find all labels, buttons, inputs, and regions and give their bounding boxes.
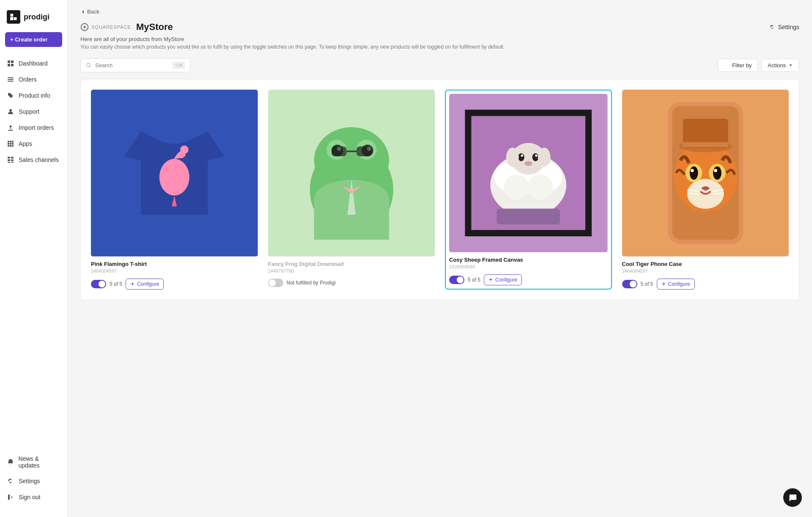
svg-rect-12 xyxy=(8,141,9,142)
svg-rect-23 xyxy=(8,159,10,161)
sidebar-item-product-info-label: Product info xyxy=(19,92,50,99)
toggle-knob-1 xyxy=(99,281,105,287)
svg-point-59 xyxy=(535,154,538,157)
product-id-4: 1464004597 xyxy=(622,268,789,274)
svg-point-73 xyxy=(690,169,694,172)
product-title-2: Fancy Frog Digital Download xyxy=(268,261,435,267)
svg-point-63 xyxy=(490,279,491,280)
sidebar-item-product-info[interactable]: Product info xyxy=(0,88,67,104)
svg-rect-0 xyxy=(11,14,14,17)
svg-rect-6 xyxy=(11,64,14,66)
store-name: MyStore xyxy=(136,22,173,33)
svg-point-62 xyxy=(538,148,551,167)
svg-rect-5 xyxy=(8,64,10,66)
sidebar-item-settings[interactable]: Settings xyxy=(0,473,67,489)
svg-point-57 xyxy=(532,153,539,161)
sidebar-item-news-updates[interactable]: News & updates xyxy=(0,451,67,473)
svg-rect-17 xyxy=(12,143,14,145)
configure-button-3[interactable]: Configure xyxy=(484,274,522,285)
svg-rect-7 xyxy=(8,77,14,78)
search-input[interactable] xyxy=(95,62,169,68)
product-title-4: Cool Tiger Phone Case xyxy=(622,261,789,267)
store-brand: SQUARESPACE MyStore xyxy=(80,22,173,33)
svg-point-30 xyxy=(159,159,189,196)
svg-point-61 xyxy=(506,148,519,167)
chat-bubble[interactable] xyxy=(783,488,802,507)
svg-rect-21 xyxy=(8,157,10,159)
svg-rect-2 xyxy=(11,17,14,20)
chevron-down-icon xyxy=(788,63,793,68)
tag-icon xyxy=(7,92,14,99)
product-image-svg-4 xyxy=(622,90,789,257)
description-1: Here are all of your products from MySto… xyxy=(80,36,799,42)
toolbar-right: Filter by Actions xyxy=(718,59,799,72)
svg-rect-81 xyxy=(683,142,728,147)
svg-point-60 xyxy=(524,161,532,166)
svg-rect-22 xyxy=(11,157,14,159)
configure-button-1[interactable]: Configure xyxy=(126,279,164,290)
configure-icon-4 xyxy=(661,282,666,286)
description-2: You can easily choose which products you… xyxy=(80,44,799,50)
sidebar-item-support-label: Support xyxy=(19,108,39,115)
toggle-label-3: 5 of 5 xyxy=(468,277,480,283)
product-id-3: 1428950694 xyxy=(449,264,608,269)
svg-rect-3 xyxy=(8,60,10,63)
list-icon xyxy=(7,76,14,83)
product-toggle-2[interactable] xyxy=(268,279,283,287)
svg-rect-4 xyxy=(11,60,14,63)
back-label: Back xyxy=(87,8,99,15)
search-icon xyxy=(86,63,92,68)
filter-by-button[interactable]: Filter by xyxy=(718,59,758,72)
sidebar-item-sign-out-label: Sign out xyxy=(19,494,40,501)
product-image-4 xyxy=(622,90,789,257)
create-order-button[interactable]: + Create order xyxy=(5,32,62,47)
actions-button[interactable]: Actions xyxy=(761,59,799,72)
configure-button-4[interactable]: Configure xyxy=(657,279,695,290)
svg-point-58 xyxy=(521,154,523,157)
toggle-label-1: 5 of 5 xyxy=(110,281,122,287)
toggle-label-2: Not fulfilled by Prodigi xyxy=(287,280,336,286)
product-toggle-4[interactable] xyxy=(622,280,637,288)
sidebar-item-orders-label: Orders xyxy=(19,76,37,83)
product-id-2: 1449797780 xyxy=(268,268,435,274)
toggle-label-4: 5 of 5 xyxy=(641,281,653,287)
person-icon xyxy=(7,108,14,115)
product-toggle-1[interactable] xyxy=(91,280,106,288)
chat-icon xyxy=(788,493,797,502)
platform-label: SQUARESPACE xyxy=(91,25,131,30)
sidebar-item-import-orders[interactable]: Import orders xyxy=(0,120,67,136)
sidebar-item-dashboard-label: Dashboard xyxy=(19,60,48,67)
svg-rect-8 xyxy=(8,79,14,80)
svg-rect-18 xyxy=(8,145,9,147)
svg-rect-15 xyxy=(8,143,9,145)
sidebar-item-sign-out[interactable]: Sign out xyxy=(0,489,67,505)
signout-icon xyxy=(7,493,14,501)
product-toggle-3[interactable] xyxy=(449,276,464,284)
svg-rect-55 xyxy=(497,209,560,224)
back-link[interactable]: Back xyxy=(80,8,799,15)
page-content: Back SQUARESPACE MyStore Settings Here a… xyxy=(68,0,812,309)
squarespace-logo: SQUARESPACE xyxy=(80,23,131,31)
sidebar-item-sales-channels-label: Sales channels xyxy=(19,156,59,163)
page-settings-link[interactable]: Settings xyxy=(769,24,799,30)
product-image-3 xyxy=(449,94,608,252)
toggle-knob-3 xyxy=(457,276,464,283)
sidebar-item-import-orders-label: Import orders xyxy=(19,124,54,131)
sidebar-item-sales-channels[interactable]: Sales channels xyxy=(0,152,67,168)
product-footer-1: 5 of 5 Configure xyxy=(91,279,258,290)
sidebar-item-support[interactable]: Support xyxy=(0,104,67,120)
search-box[interactable]: ⌥K xyxy=(80,58,190,72)
nav-items: Dashboard Orders Product info Support Im… xyxy=(0,55,67,451)
product-card-4: Cool Tiger Phone Case 1464004597 5 of 5 … xyxy=(622,90,789,290)
sidebar-item-apps[interactable]: Apps xyxy=(0,136,67,152)
svg-point-53 xyxy=(527,175,553,200)
svg-rect-19 xyxy=(10,145,11,147)
product-card-3: Cosy Sheep Framed Canvas 1428950694 5 of… xyxy=(445,90,612,290)
sidebar-item-orders[interactable]: Orders xyxy=(0,71,67,88)
svg-point-74 xyxy=(713,169,717,172)
sidebar-item-dashboard[interactable]: Dashboard xyxy=(0,55,67,71)
product-image-1 xyxy=(91,90,258,257)
product-card-1: Pink Flamingo T-shirt 1464004597 5 of 5 … xyxy=(91,90,258,290)
sidebar-item-settings-label: Settings xyxy=(19,478,40,484)
svg-rect-43 xyxy=(357,146,372,156)
